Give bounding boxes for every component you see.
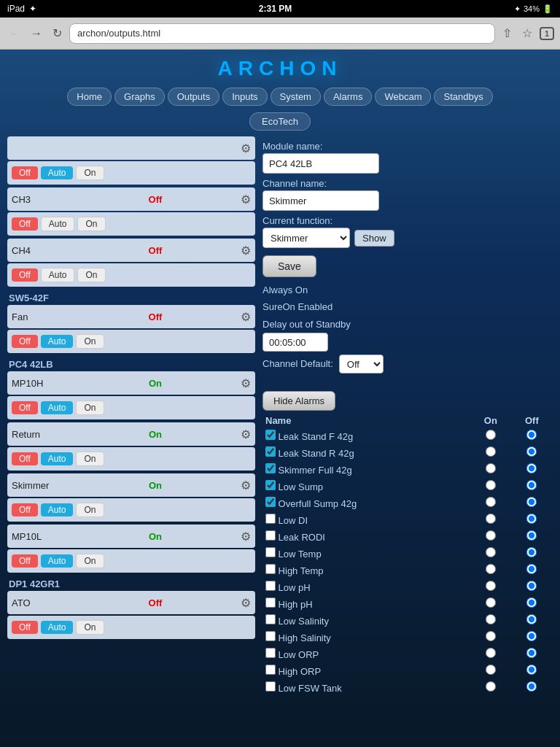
reload-button[interactable]: ↻ xyxy=(50,25,65,42)
mp10l-on-btn[interactable]: On xyxy=(76,554,104,568)
forward-button[interactable]: → xyxy=(28,26,45,42)
alarm-on-radio[interactable] xyxy=(486,463,496,473)
alarm-on-radio[interactable] xyxy=(486,631,496,641)
alarm-on-radio[interactable] xyxy=(486,665,496,675)
nav-graphs[interactable]: Graphs xyxy=(114,88,165,106)
alarm-off-radio[interactable] xyxy=(526,614,537,624)
return-off-btn[interactable]: Off xyxy=(12,452,38,465)
ch4-on-btn[interactable]: On xyxy=(77,268,105,282)
alarm-checkbox[interactable] xyxy=(265,463,276,473)
alarm-checkbox[interactable] xyxy=(265,681,276,692)
function-select[interactable]: Skimmer Return MP10H MP10L Fan ATO xyxy=(262,228,350,248)
alarm-checkbox[interactable] xyxy=(265,581,276,591)
mp10l-auto-btn[interactable]: Auto xyxy=(41,554,74,568)
ch3-auto-btn[interactable]: Auto xyxy=(41,217,75,231)
nav-system[interactable]: System xyxy=(271,88,321,106)
alarm-checkbox[interactable] xyxy=(265,564,276,574)
nav-webcam[interactable]: Webcam xyxy=(375,88,431,106)
mp10h-gear-icon[interactable]: ⚙ xyxy=(241,376,251,390)
alarm-on-radio[interactable] xyxy=(486,597,496,608)
alarm-off-radio[interactable] xyxy=(526,463,537,473)
alarm-on-radio[interactable] xyxy=(486,497,496,507)
ato-on-btn[interactable]: On xyxy=(76,620,104,635)
bookmark-button[interactable]: ☆ xyxy=(519,25,535,42)
alarm-on-radio[interactable] xyxy=(486,681,496,692)
alarm-off-radio[interactable] xyxy=(526,530,537,541)
alarm-checkbox[interactable] xyxy=(265,631,276,641)
alarm-off-radio[interactable] xyxy=(526,497,537,507)
toggle-auto-btn[interactable]: Auto xyxy=(41,166,74,179)
alarm-on-radio[interactable] xyxy=(486,530,496,541)
alarm-checkbox[interactable] xyxy=(265,514,276,524)
alarm-on-radio[interactable] xyxy=(486,564,496,574)
mp10l-off-btn[interactable]: Off xyxy=(12,554,38,568)
hide-alarms-button[interactable]: Hide Alarms xyxy=(262,391,335,411)
channel-default-select[interactable]: Off On Auto xyxy=(339,355,384,374)
module-name-input[interactable] xyxy=(262,153,379,174)
nav-outputs[interactable]: Outputs xyxy=(168,88,220,106)
show-button[interactable]: Show xyxy=(354,230,394,247)
delay-time-input[interactable] xyxy=(262,333,328,352)
mp10l-gear-icon[interactable]: ⚙ xyxy=(241,530,251,543)
fan-auto-btn[interactable]: Auto xyxy=(41,335,74,348)
fan-off-btn[interactable]: Off xyxy=(12,335,38,348)
save-button[interactable]: Save xyxy=(262,255,316,277)
alarm-on-radio[interactable] xyxy=(486,514,496,524)
alarm-off-radio[interactable] xyxy=(526,681,537,692)
nav-standbys[interactable]: Standbys xyxy=(434,88,492,106)
ato-off-btn[interactable]: Off xyxy=(12,621,38,634)
return-auto-btn[interactable]: Auto xyxy=(41,452,74,465)
nav-alarms[interactable]: Alarms xyxy=(324,88,372,106)
alarm-on-radio[interactable] xyxy=(486,430,496,440)
gear-icon[interactable]: ⚙ xyxy=(241,142,251,155)
alarm-off-radio[interactable] xyxy=(526,597,537,608)
skimmer-auto-btn[interactable]: Auto xyxy=(41,503,74,516)
return-gear-icon[interactable]: ⚙ xyxy=(241,427,251,441)
alarm-on-radio[interactable] xyxy=(486,547,496,557)
alarm-off-radio[interactable] xyxy=(526,514,537,524)
alarm-checkbox[interactable] xyxy=(265,497,276,507)
alarm-on-radio[interactable] xyxy=(486,480,496,490)
alarm-off-radio[interactable] xyxy=(526,430,537,440)
back-button[interactable]: ← xyxy=(6,26,23,42)
return-on-btn[interactable]: On xyxy=(76,452,104,466)
alarm-off-radio[interactable] xyxy=(526,446,537,457)
nav-home[interactable]: Home xyxy=(67,88,112,106)
ch4-gear-icon[interactable]: ⚙ xyxy=(241,244,251,258)
alarm-checkbox[interactable] xyxy=(265,446,276,457)
ch3-off-btn[interactable]: Off xyxy=(12,217,38,231)
alarm-off-radio[interactable] xyxy=(526,665,537,675)
skimmer-gear-icon[interactable]: ⚙ xyxy=(241,479,251,492)
alarm-off-radio[interactable] xyxy=(526,581,537,591)
share-button[interactable]: ⇧ xyxy=(499,25,515,42)
alarm-checkbox[interactable] xyxy=(265,547,276,557)
skimmer-off-btn[interactable]: Off xyxy=(12,503,38,516)
ch3-on-btn[interactable]: On xyxy=(77,217,105,231)
channel-name-input[interactable] xyxy=(262,190,379,211)
alarm-on-radio[interactable] xyxy=(486,614,496,624)
fan-on-btn[interactable]: On xyxy=(76,334,104,349)
mp10h-off-btn[interactable]: Off xyxy=(12,401,38,414)
mp10h-auto-btn[interactable]: Auto xyxy=(41,401,74,414)
toggle-off-btn[interactable]: Off xyxy=(12,166,38,179)
toggle-on-btn[interactable]: On xyxy=(76,166,104,180)
ch4-auto-btn[interactable]: Auto xyxy=(41,268,75,282)
alarm-checkbox[interactable] xyxy=(265,530,276,541)
alarm-on-radio[interactable] xyxy=(486,581,496,591)
alarm-off-radio[interactable] xyxy=(526,631,537,641)
mp10h-on-btn[interactable]: On xyxy=(76,400,104,415)
subnav-ecotech[interactable]: EcoTech xyxy=(249,112,311,131)
alarm-checkbox[interactable] xyxy=(265,430,276,440)
skimmer-on-btn[interactable]: On xyxy=(76,503,104,517)
alarm-off-radio[interactable] xyxy=(526,480,537,490)
alarm-checkbox[interactable] xyxy=(265,665,276,675)
alarm-checkbox[interactable] xyxy=(265,614,276,624)
url-bar[interactable] xyxy=(69,23,495,44)
alarm-checkbox[interactable] xyxy=(265,648,276,658)
ato-gear-icon[interactable]: ⚙ xyxy=(241,596,251,610)
ch4-off-btn[interactable]: Off xyxy=(12,268,38,282)
alarm-off-radio[interactable] xyxy=(526,564,537,574)
alarm-checkbox[interactable] xyxy=(265,480,276,490)
alarm-on-radio[interactable] xyxy=(486,648,496,658)
alarm-checkbox[interactable] xyxy=(265,597,276,608)
